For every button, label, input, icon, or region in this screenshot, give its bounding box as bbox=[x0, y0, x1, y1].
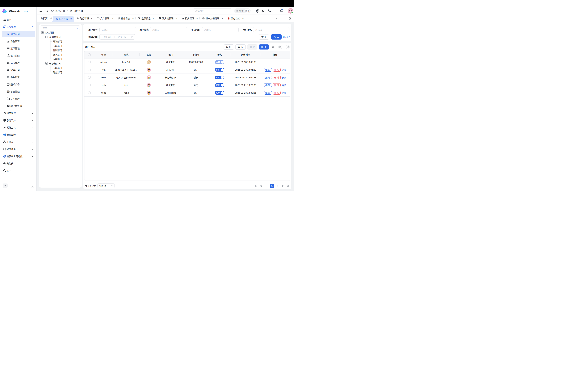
svg-text:DEV: DEV bbox=[7, 91, 9, 92]
svg-text:redis: redis bbox=[228, 19, 229, 20]
